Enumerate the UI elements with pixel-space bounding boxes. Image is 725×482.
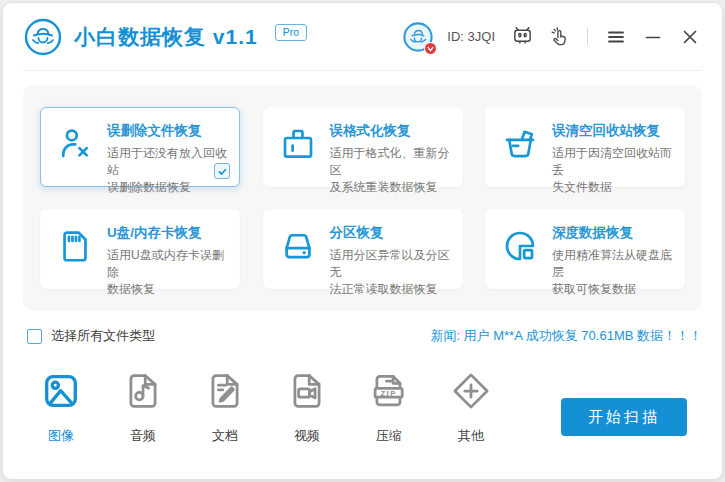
svg-text:ZIP: ZIP bbox=[380, 389, 396, 398]
titlebar-left: 小白数据恢复 v1.1 Pro bbox=[23, 17, 307, 57]
card-title: 误删除文件恢复 bbox=[107, 122, 231, 140]
card-format-recovery[interactable]: 误格式化恢复 适用于格式化、重新分区 及系统重装数据恢复 bbox=[263, 107, 463, 187]
sd-card-icon bbox=[56, 227, 94, 265]
card-usb-sd-recovery[interactable]: U盘/内存卡恢复 适用U盘或内存卡误删除 数据恢复 bbox=[40, 209, 240, 289]
card-title: 误清空回收站恢复 bbox=[552, 122, 676, 140]
app-title: 小白数据恢复 v1.1 bbox=[74, 23, 258, 51]
select-all-filetypes[interactable]: 选择所有文件类型 bbox=[27, 327, 155, 345]
card-desc-line: 适用于还没有放入回收站 bbox=[107, 145, 231, 179]
card-desc-line: 数据恢复 bbox=[107, 281, 231, 298]
app-window: 小白数据恢复 v1.1 Pro ID: 3JQI bbox=[2, 2, 723, 480]
card-desc-line: 适用于格式化、重新分区 bbox=[330, 145, 454, 179]
menu-button[interactable] bbox=[604, 25, 628, 49]
titlebar-right: ID: 3JQI bbox=[402, 21, 702, 53]
card-recycle-bin-recovery[interactable]: 误清空回收站恢复 适用于因清空回收站而丢 失文件数据 bbox=[485, 107, 685, 187]
filetype-label: 其他 bbox=[458, 427, 484, 445]
options-row: 选择所有文件类型 新闻: 用户 M**A 成功恢复 70.61MB 数据！！！ bbox=[27, 327, 702, 345]
filetype-label: 图像 bbox=[48, 427, 74, 445]
close-button[interactable] bbox=[678, 25, 702, 49]
card-deep-scan-recovery[interactable]: 深度数据恢复 使用精准算法从硬盘底层 获取可恢复数据 bbox=[485, 209, 685, 289]
deep-scan-icon bbox=[501, 227, 539, 265]
card-desc-line: 适用分区异常以及分区无 bbox=[330, 247, 454, 281]
filetype-document[interactable]: 文档 bbox=[196, 369, 254, 445]
update-badge-icon bbox=[424, 42, 437, 55]
zip-file-icon: ZIP bbox=[367, 369, 411, 413]
card-desc-line: 及系统重装数据恢复 bbox=[330, 179, 454, 196]
app-logo-icon bbox=[23, 17, 63, 57]
card-text: 误删除文件恢复 适用于还没有放入回收站 误删除数据恢复 bbox=[107, 120, 231, 186]
card-desc-line: 适用U盘或内存卡误删除 bbox=[107, 247, 231, 281]
card-text: 深度数据恢复 使用精准算法从硬盘底层 获取可恢复数据 bbox=[552, 222, 676, 288]
video-file-icon bbox=[285, 369, 329, 413]
filetype-label: 视频 bbox=[294, 427, 320, 445]
filetype-label: 音频 bbox=[130, 427, 156, 445]
titlebar-bottom-divider bbox=[23, 70, 702, 71]
filetype-image[interactable]: 图像 bbox=[32, 369, 90, 445]
filetype-audio[interactable]: 音频 bbox=[114, 369, 172, 445]
card-desc-line: 适用于因清空回收站而丢 bbox=[552, 145, 676, 179]
touch-hand-icon[interactable] bbox=[547, 25, 571, 49]
card-deleted-file-recovery[interactable]: 误删除文件恢复 适用于还没有放入回收站 误删除数据恢复 bbox=[40, 107, 240, 187]
card-title: U盘/内存卡恢复 bbox=[107, 224, 231, 242]
card-text: 误清空回收站恢复 适用于因清空回收站而丢 失文件数据 bbox=[552, 120, 676, 186]
image-file-icon bbox=[39, 369, 83, 413]
card-partition-recovery[interactable]: 分区恢复 适用分区异常以及分区无 法正常读取数据恢复 bbox=[263, 209, 463, 289]
filetype-other[interactable]: 其他 bbox=[442, 369, 500, 445]
user-delete-icon bbox=[56, 125, 94, 163]
select-all-checkbox[interactable] bbox=[27, 329, 42, 344]
user-id-text: ID: 3JQI bbox=[447, 29, 495, 44]
news-ticker: 新闻: 用户 M**A 成功恢复 70.61MB 数据！！！ bbox=[430, 327, 702, 345]
filetype-label: 压缩 bbox=[376, 427, 402, 445]
titlebar: 小白数据恢复 v1.1 Pro ID: 3JQI bbox=[3, 3, 722, 70]
card-desc-line: 误删除数据恢复 bbox=[107, 179, 231, 196]
start-scan-button[interactable]: 开始扫描 bbox=[561, 398, 687, 436]
card-text: 分区恢复 适用分区异常以及分区无 法正常读取数据恢复 bbox=[330, 222, 454, 288]
select-all-label: 选择所有文件类型 bbox=[51, 327, 155, 345]
audio-file-icon bbox=[121, 369, 165, 413]
other-file-icon bbox=[449, 369, 493, 413]
card-desc-line: 失文件数据 bbox=[552, 179, 676, 196]
card-title: 分区恢复 bbox=[330, 224, 454, 242]
filetype-label: 文档 bbox=[212, 427, 238, 445]
card-desc-line: 法正常读取数据恢复 bbox=[330, 281, 454, 298]
card-desc-line: 使用精准算法从硬盘底层 bbox=[552, 247, 676, 281]
minimize-button[interactable] bbox=[641, 25, 665, 49]
card-desc-line: 获取可恢复数据 bbox=[552, 281, 676, 298]
hard-drive-icon bbox=[279, 227, 317, 265]
card-text: U盘/内存卡恢复 适用U盘或内存卡误删除 数据恢复 bbox=[107, 222, 231, 288]
robot-assistant-icon[interactable] bbox=[510, 25, 534, 49]
filetype-archive[interactable]: ZIP 压缩 bbox=[360, 369, 418, 445]
recycle-bin-icon bbox=[501, 125, 539, 163]
card-title: 深度数据恢复 bbox=[552, 224, 676, 242]
filetype-video[interactable]: 视频 bbox=[278, 369, 336, 445]
titlebar-divider bbox=[587, 28, 588, 45]
card-title: 误格式化恢复 bbox=[330, 122, 454, 140]
user-avatar[interactable] bbox=[402, 21, 434, 53]
document-file-icon bbox=[203, 369, 247, 413]
recovery-mode-panel: 误删除文件恢复 适用于还没有放入回收站 误删除数据恢复 误格式化恢复 适用于格式… bbox=[23, 85, 702, 311]
format-brush-icon bbox=[279, 125, 317, 163]
card-text: 误格式化恢复 适用于格式化、重新分区 及系统重装数据恢复 bbox=[330, 120, 454, 186]
pro-badge: Pro bbox=[275, 24, 307, 41]
card-selected-checkbox[interactable] bbox=[214, 163, 230, 179]
